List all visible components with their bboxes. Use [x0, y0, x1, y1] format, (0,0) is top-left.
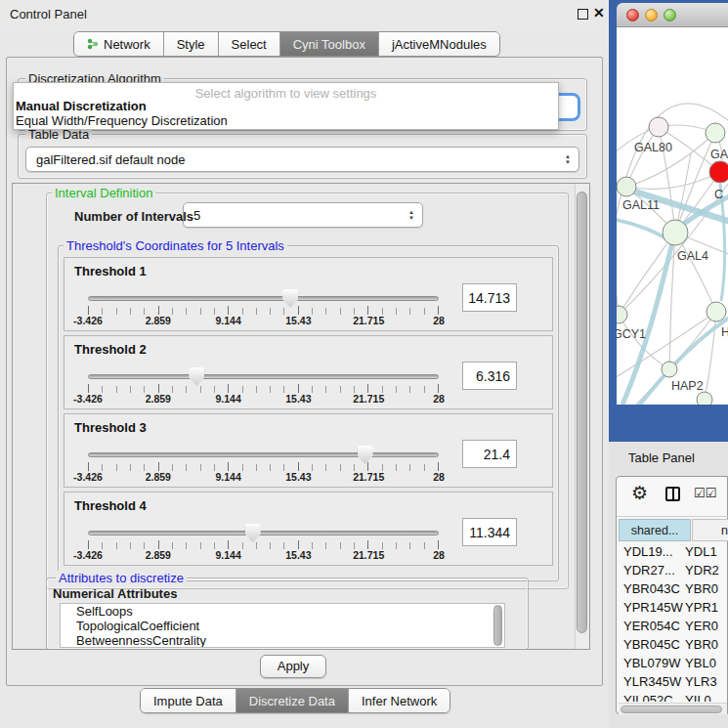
- dropdown-option-equal-width[interactable]: Equal Width/Frequency Discretization: [14, 113, 558, 128]
- tab-discretize-data[interactable]: Discretize Data: [236, 689, 349, 712]
- table-cell[interactable]: YBR0: [685, 635, 728, 654]
- tab-impute-data[interactable]: Impute Data: [141, 689, 236, 712]
- settings-scrollpane: Interval Definition Number of Intervals …: [12, 183, 590, 650]
- node-bottom[interactable]: [697, 392, 712, 405]
- tick-label: -3.426: [73, 549, 103, 561]
- tick-label: -3.426: [73, 315, 103, 326]
- list-item[interactable]: TopologicalCoefficient: [61, 619, 504, 633]
- threshold-3-value-input[interactable]: [462, 440, 517, 468]
- table-row[interactable]: YDL19...YDL1: [619, 542, 728, 561]
- tick-label: 28: [433, 393, 445, 405]
- threshold-2-slider[interactable]: [88, 373, 439, 380]
- table-cell[interactable]: YDL1: [685, 542, 728, 561]
- node-gal11[interactable]: [617, 177, 636, 196]
- tab-infer-network[interactable]: Infer Network: [349, 689, 450, 712]
- table-cell[interactable]: YBR043C: [619, 579, 685, 598]
- tick-label: 15.43: [285, 471, 311, 483]
- interval-definition-label: Interval Definition: [52, 186, 155, 200]
- tick-label: 21.715: [353, 549, 384, 561]
- threshold-1-panel: Threshold 1 -3.4262.8599.14415.4321.7152…: [64, 257, 553, 331]
- tick-label: -3.426: [73, 393, 103, 405]
- tab-style[interactable]: Style: [164, 32, 219, 56]
- table-cell[interactable]: YDR2: [685, 561, 728, 579]
- slider-ticks: [88, 462, 439, 471]
- tick-label: 2.859: [146, 549, 171, 561]
- table-row[interactable]: YER054CYER0: [619, 617, 728, 635]
- attributes-list-scrollbar[interactable]: [493, 605, 502, 646]
- node-table[interactable]: YDL19...YDL1YDR27...YDR2YBR043CYBR0YPR14…: [619, 542, 728, 702]
- close-traffic-light-icon[interactable]: [626, 9, 639, 21]
- table-cell[interactable]: YIL0: [685, 691, 728, 702]
- node-label: C: [714, 188, 723, 201]
- minimize-traffic-light-icon[interactable]: [645, 9, 658, 21]
- table-hscrollbar-track: [619, 703, 727, 714]
- table-row[interactable]: YBR045CYBR0: [619, 635, 728, 654]
- threshold-3-slider[interactable]: [88, 451, 439, 458]
- list-item[interactable]: BetweennessCentrality: [61, 633, 504, 648]
- node-top-right[interactable]: [706, 123, 725, 143]
- threshold-4-value-input[interactable]: [462, 518, 517, 546]
- threshold-1-value-input[interactable]: [462, 283, 517, 312]
- node-label: GAL11: [622, 198, 660, 212]
- threshold-1-slider[interactable]: [88, 295, 439, 302]
- table-cell[interactable]: YER054C: [619, 617, 685, 635]
- checkbox-toggles-icon[interactable]: ☑☑: [694, 486, 716, 500]
- table-row[interactable]: YPR145WYPR1: [619, 598, 728, 617]
- threshold-4-slider[interactable]: [88, 530, 439, 536]
- tick-label: 28: [433, 471, 445, 483]
- zoom-traffic-light-icon[interactable]: [664, 9, 676, 21]
- node-gal4[interactable]: [663, 220, 688, 245]
- node-hap2[interactable]: [662, 362, 677, 377]
- threshold-2-value-input[interactable]: [462, 362, 517, 390]
- threshold-1-title: Threshold 1: [74, 264, 147, 278]
- scrollpane-scrollbar-thumb[interactable]: [577, 192, 587, 633]
- table-data-combobox[interactable]: galFiltered.sif default node ▲▼: [25, 147, 579, 172]
- close-icon[interactable]: ✕: [593, 5, 605, 21]
- tick-label: 2.859: [146, 471, 171, 483]
- number-of-intervals-label: Number of Intervals: [71, 209, 196, 224]
- table-row[interactable]: YLR345WYLR3: [619, 672, 728, 691]
- table-cell[interactable]: YDL19...: [619, 542, 685, 561]
- table-cell[interactable]: YPR1: [685, 598, 728, 617]
- dropdown-placeholder-option[interactable]: Select algorithm to view settings: [14, 83, 558, 99]
- float-window-icon[interactable]: [578, 9, 588, 20]
- table-row[interactable]: YDR27...YDR2: [619, 561, 728, 579]
- table-row[interactable]: YBL079WYBL0: [619, 654, 728, 672]
- node-h[interactable]: [707, 302, 726, 321]
- tick-label: 21.715: [353, 315, 384, 326]
- combobox-arrows-icon: ▲▼: [565, 153, 571, 165]
- table-cell[interactable]: YER0: [685, 617, 728, 635]
- table-cell[interactable]: YBL0: [685, 654, 728, 672]
- table-cell[interactable]: YBL079W: [619, 654, 685, 672]
- table-row[interactable]: YBR043CYBR0: [619, 579, 728, 598]
- table-row[interactable]: YIL052CYIL0: [619, 691, 728, 702]
- apply-button[interactable]: Apply: [260, 655, 326, 678]
- tick-label: 9.144: [215, 471, 240, 483]
- table-cell[interactable]: YLR3: [685, 672, 728, 691]
- network-view-canvas[interactable]: GAL80GACGAL11GAL4GCY1HHAP2: [617, 27, 728, 405]
- column-header-shared-name[interactable]: shared...: [619, 519, 691, 541]
- tab-jactivemnodules[interactable]: jActiveMNodules: [379, 32, 499, 56]
- table-cell[interactable]: YPR145W: [619, 598, 685, 617]
- table-cell[interactable]: YBR045C: [619, 635, 685, 654]
- table-cell[interactable]: YLR345W: [619, 672, 685, 691]
- column-header-name[interactable]: na: [692, 519, 728, 541]
- threshold-2-title: Threshold 2: [74, 342, 147, 357]
- dropdown-option-manual[interactable]: Manual Discretization: [14, 99, 558, 113]
- numerical-attributes-list[interactable]: SelfLoopsTopologicalCoefficientBetweenne…: [60, 603, 505, 648]
- number-of-intervals-combobox[interactable]: 5 ▲▼: [183, 202, 423, 228]
- columns-icon[interactable]: [665, 487, 680, 501]
- table-cell[interactable]: YBR0: [685, 579, 728, 598]
- table-cell[interactable]: YDR27...: [619, 561, 685, 579]
- tab-select[interactable]: Select: [219, 32, 280, 56]
- gear-icon[interactable]: ⚙: [631, 482, 648, 504]
- tick-label: 21.715: [353, 471, 384, 483]
- node-red[interactable]: [709, 161, 728, 183]
- node-label: H: [721, 325, 728, 339]
- list-item[interactable]: SelfLoops: [61, 604, 504, 619]
- node-gal80[interactable]: [649, 117, 668, 137]
- tab-network[interactable]: Network: [74, 32, 164, 56]
- table-hscrollbar-thumb[interactable]: [621, 706, 722, 713]
- tab-cyni-toolbox[interactable]: Cyni Toolbox: [280, 32, 379, 56]
- table-cell[interactable]: YIL052C: [619, 691, 685, 702]
